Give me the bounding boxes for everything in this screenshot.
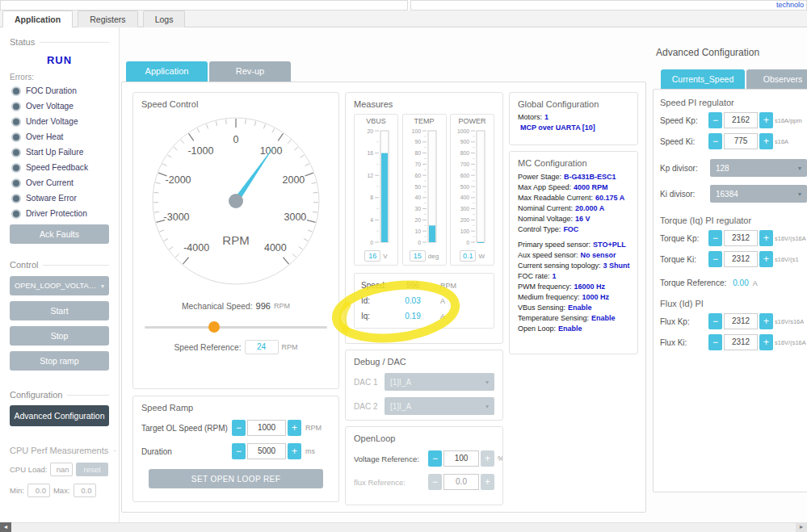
torque-reference-label: Torque Reference: (660, 279, 726, 287)
set-open-loop-ref-button[interactable]: SET OPEN LOOP REF (149, 469, 322, 488)
ki-divisor-select[interactable]: 16384 ▾ (710, 185, 807, 203)
speed-ki-value[interactable]: 775 (724, 133, 758, 149)
tab-currents-speed[interactable]: Currents_Speed (661, 69, 745, 89)
voltage-reference-value[interactable]: 100 (443, 450, 479, 467)
increment-button[interactable]: + (288, 443, 301, 459)
increment-button[interactable]: + (759, 313, 773, 329)
vbus-value: 16 (364, 250, 380, 262)
decrement-button[interactable]: − (232, 443, 246, 459)
error-bullet-icon (13, 88, 19, 94)
scroll-left-icon[interactable]: ◂ (0, 522, 11, 532)
decrement-button[interactable]: − (708, 230, 722, 246)
error-bullet-icon (13, 149, 19, 156)
svg-text:70: 70 (414, 161, 421, 167)
cpu-section-header: CPU Perf Measurements (10, 446, 109, 455)
mc-config-line: Nominal Current:20.000 A (518, 203, 629, 214)
torque-ki-value[interactable]: 2312 (724, 251, 758, 267)
cpu-max-value: 0.0 (74, 484, 96, 497)
error-label: Over Voltage (26, 102, 74, 111)
svg-text:600: 600 (460, 173, 469, 178)
decrement-button[interactable]: − (428, 450, 442, 467)
decrement-button[interactable]: − (708, 251, 722, 267)
ki-divisor-label: Ki divisor: (660, 190, 708, 199)
decrement-button[interactable]: − (708, 133, 722, 149)
decrement-button[interactable]: − (708, 313, 722, 329)
tab-registers[interactable]: Registers (78, 10, 137, 27)
tab-application[interactable]: Application (2, 10, 73, 28)
speed-slider-handle[interactable] (208, 321, 220, 333)
svg-text:0: 0 (233, 134, 239, 145)
control-mode-select[interactable]: OPEN_LOOP_VOLTAGE ▾ (10, 276, 109, 295)
config-label: Open Loop: (518, 325, 556, 333)
error-bullet-icon (13, 165, 19, 171)
voltage-reference-row: Voltage Reference: − 100 + % (354, 450, 494, 467)
increment-button[interactable]: + (481, 450, 494, 467)
ack-faults-button[interactable]: Ack Faults (10, 224, 109, 244)
temp-gauge-scale: 0102030405060708090100 (405, 126, 444, 249)
error-item: Driver Protection (11, 209, 109, 218)
top-right-link[interactable]: technolo (776, 1, 804, 9)
increment-button[interactable]: + (759, 112, 773, 128)
stop-button[interactable]: Stop (10, 326, 109, 346)
increment-button[interactable]: + (759, 251, 773, 267)
tab-observers[interactable]: Observers (746, 69, 807, 89)
speed-reference-slider[interactable] (145, 321, 327, 333)
flux-ki-stepper: − 2312 + (708, 334, 773, 350)
config-value: Enable (568, 304, 592, 312)
torque-kp-value[interactable]: 2312 (724, 230, 758, 246)
speed-readout-unit: RPM (440, 282, 456, 290)
decrement-button: − (428, 474, 442, 490)
global-configuration-title: Global Configuration (518, 99, 629, 109)
speed-reference-label: Speed Reference: (174, 343, 241, 352)
kp-divisor-select[interactable]: 128 ▾ (710, 159, 807, 177)
increment-button[interactable]: + (759, 334, 773, 350)
svg-text:20: 20 (414, 217, 421, 223)
power-value: 0.1 (460, 250, 477, 262)
cpu-reset-button[interactable]: reset (76, 463, 107, 476)
rpm-gauge: -4000-3000-2000-100001000200030004000RPM (141, 111, 330, 300)
horizontal-scrollbar[interactable]: ◂ ▸ (0, 522, 807, 532)
error-bullet-icon (13, 134, 19, 140)
flux-reference-value: 0.0 (443, 474, 479, 490)
tab-logs[interactable]: Logs (143, 10, 186, 27)
duration-value[interactable]: 5000 (247, 443, 286, 459)
svg-text:10: 10 (414, 228, 421, 234)
speed-reference-value[interactable]: 24 (245, 340, 279, 354)
temp-gauge-title: TEMP (405, 117, 444, 125)
increment-button[interactable]: + (288, 420, 301, 436)
decrement-button[interactable]: − (708, 334, 722, 350)
id-readout-value: 0.03 (395, 296, 431, 305)
scroll-right-icon[interactable]: ▸ (796, 522, 807, 532)
dac1-row: DAC 1 [1]I_A ▾ (354, 373, 494, 391)
dac2-select[interactable]: [1]I_A ▾ (385, 397, 494, 415)
main-panel-tabs: Application Rev-up (126, 61, 291, 82)
flux-kp-value[interactable]: 2312 (724, 313, 758, 329)
decrement-button[interactable]: − (232, 420, 246, 436)
dac1-select[interactable]: [1]I_A ▾ (385, 373, 494, 391)
main-tab-application[interactable]: Application (126, 61, 208, 82)
vbus-gauge-scale: 048121620 (356, 126, 396, 249)
main-panel: Speed Control -4000-3000-2000-1000010002… (121, 82, 646, 513)
iq-readout-row: Iq: 0.19 A (361, 308, 487, 324)
mc-config-line: Max App Speed:4000 RPM (518, 182, 629, 193)
speed-ki-unit: s16A (775, 138, 788, 145)
error-item: Over Heat (11, 132, 109, 141)
flux-ki-value[interactable]: 2312 (724, 334, 758, 350)
main-tab-revup[interactable]: Rev-up (209, 61, 291, 82)
left-sidebar: Status RUN Errors: FOC Duration Over Vol… (0, 27, 120, 522)
error-label: Over Current (26, 178, 74, 187)
stop-ramp-button[interactable]: Stop ramp (10, 351, 109, 371)
svg-text:40: 40 (414, 195, 421, 200)
speed-kp-value[interactable]: 2162 (724, 112, 758, 128)
increment-button[interactable]: + (759, 133, 773, 149)
slider-track[interactable] (145, 326, 327, 329)
increment-button[interactable]: + (759, 230, 773, 246)
id-readout-label: Id: (361, 296, 395, 305)
decrement-button[interactable]: − (708, 112, 722, 128)
advanced-configuration-button[interactable]: Advanced Configuration (10, 405, 109, 426)
target-ol-speed-value[interactable]: 1000 (247, 420, 286, 436)
duration-unit: ms (305, 447, 315, 455)
start-button[interactable]: Start (10, 301, 109, 320)
chevron-down-icon: ▾ (101, 283, 104, 290)
speed-control-title: Speed Control (141, 99, 330, 109)
